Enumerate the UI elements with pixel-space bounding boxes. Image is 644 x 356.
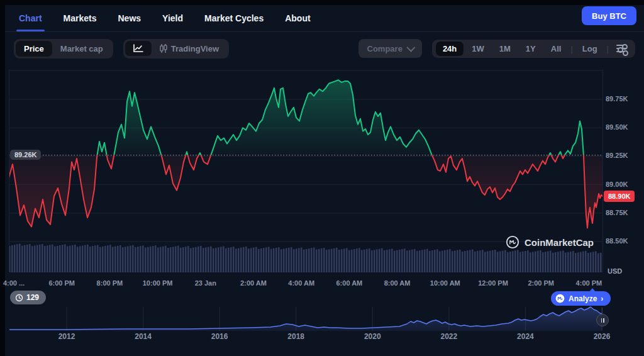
page: ChartMarketsNewsYieldMarket CyclesAbout …	[0, 0, 644, 356]
analyze-cmc-icon	[555, 294, 565, 303]
chart-view-toggle: TradingView	[123, 39, 229, 58]
tab-bar: ChartMarketsNewsYieldMarket CyclesAbout …	[5, 5, 644, 32]
y-axis-label: 89.25K	[606, 152, 628, 159]
year-label: 2024	[517, 332, 534, 341]
line-chart-view-button[interactable]	[125, 41, 152, 56]
history-count: 129	[26, 293, 39, 302]
tab-chart[interactable]: Chart	[19, 5, 42, 31]
tab-market-cycles[interactable]: Market Cycles	[204, 5, 264, 31]
x-axis-label: 6:00 PM	[48, 279, 75, 287]
year-label: 2026	[594, 332, 611, 341]
baseline-price-label: 89.26K	[10, 150, 41, 160]
chart-toolbar: PriceMarket cap TradingView	[5, 36, 644, 60]
analyze-label: Analyze	[569, 294, 597, 303]
currency-unit-label: USD	[608, 267, 622, 275]
price-marketcap-toggle: PriceMarket cap	[14, 39, 113, 58]
candlestick-icon	[160, 44, 167, 53]
year-label: 2020	[364, 332, 381, 341]
tab-news[interactable]: News	[118, 5, 141, 31]
range-1w[interactable]: 1W	[465, 42, 491, 56]
year-label: 2022	[440, 332, 457, 341]
y-axis-label: 89.75K	[606, 95, 628, 103]
watermark: CoinMarketCap	[506, 235, 594, 249]
toggle-price[interactable]: Price	[16, 41, 52, 57]
year-label: 2016	[211, 332, 228, 341]
toggle-market-cap[interactable]: Market cap	[52, 41, 111, 57]
page-edge-top	[0, 0, 644, 5]
history-clock-icon	[15, 294, 23, 302]
range-all[interactable]: All	[544, 42, 569, 56]
y-axis-label: 89.00K	[606, 181, 628, 188]
plot-left-border	[9, 69, 9, 272]
y-axis-label: 88.75K	[606, 209, 628, 216]
x-axis-label: 10:00 AM	[430, 279, 460, 287]
range-navigator-chart[interactable]	[9, 306, 602, 332]
x-axis-label: 8:00 AM	[384, 279, 411, 287]
range-1m[interactable]: 1M	[492, 42, 518, 56]
compare-label: Compare	[367, 44, 402, 53]
divider: |	[606, 44, 610, 53]
x-axis-label: 2:00 PM	[528, 279, 554, 287]
page-edge-left	[0, 0, 5, 356]
x-axis-label: 2:00 AM	[240, 279, 267, 287]
analyze-button[interactable]: Analyze ›	[551, 291, 611, 306]
range-1y[interactable]: 1Y	[519, 42, 543, 56]
y-axis-label: 88.50K	[606, 237, 628, 245]
x-axis-label: 4:00 ...	[3, 279, 25, 287]
tab-yield[interactable]: Yield	[162, 5, 183, 31]
tradingview-button[interactable]: TradingView	[152, 41, 227, 57]
range-24h[interactable]: 24h	[436, 42, 464, 56]
range-navigator-handle[interactable]	[596, 314, 609, 326]
x-axis-label: 4:00 AM	[288, 279, 314, 287]
nav-tabs: ChartMarketsNewsYieldMarket CyclesAbout	[5, 5, 311, 31]
coinmarketcap-logo-icon	[506, 235, 519, 249]
line-chart-icon	[133, 44, 143, 53]
tab-markets[interactable]: Markets	[64, 5, 97, 31]
y-axis-label: 89.50K	[606, 123, 628, 131]
x-axis-label: 10:00 PM	[143, 279, 173, 287]
x-axis-label: 23 Jan	[195, 279, 216, 287]
buy-btc-button[interactable]: Buy BTC	[582, 6, 636, 25]
year-label: 2018	[287, 332, 304, 341]
watermark-text: CoinMarketCap	[525, 237, 594, 248]
year-label: 2014	[135, 332, 152, 341]
x-axis-label: 6:00 AM	[336, 279, 363, 287]
tab-about[interactable]: About	[285, 5, 310, 31]
last-price-badge: 88.90K	[604, 191, 635, 202]
x-axis-label: 4:00 PM	[576, 279, 602, 287]
chevron-down-icon	[406, 43, 415, 52]
divider: |	[569, 44, 574, 53]
history-count-pill[interactable]: 129	[10, 291, 46, 304]
plot-right-border	[602, 69, 603, 272]
compare-button[interactable]: Compare	[358, 39, 422, 58]
year-label: 2012	[58, 332, 75, 341]
x-axis-label: 12:00 PM	[478, 279, 508, 287]
chart-settings-icon[interactable]	[611, 42, 631, 55]
analyze-arrow-icon: ›	[601, 294, 603, 303]
x-axis-label: 8:00 PM	[97, 279, 123, 287]
tradingview-label: TradingView	[171, 44, 219, 53]
log-scale-button[interactable]: Log	[575, 42, 604, 56]
timeframe-group: 24h1W1M1YAll | Log |	[432, 40, 635, 58]
